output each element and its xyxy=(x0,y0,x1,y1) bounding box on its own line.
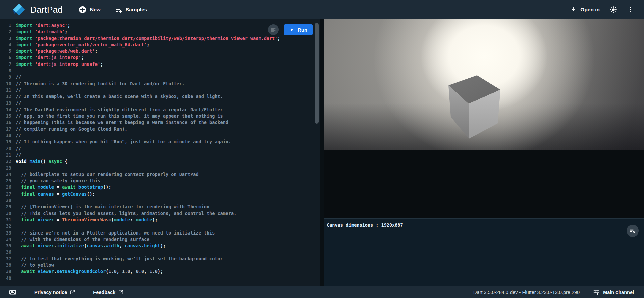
code-line: 4import 'package:vector_math/vector_math… xyxy=(0,42,320,48)
editor-actions: Run xyxy=(268,24,313,35)
render-canvas[interactable] xyxy=(324,19,644,150)
code-line: 16// happening (this is because we aren'… xyxy=(0,119,320,126)
privacy-notice-link[interactable]: Privacy notice xyxy=(34,289,75,295)
channel-label: Main channel xyxy=(603,290,634,295)
topbar-right-actions: Open in xyxy=(570,6,634,13)
code-line: 40 xyxy=(0,275,320,282)
line-number: 29 xyxy=(0,204,11,210)
line-number: 17 xyxy=(0,126,11,132)
code-line: 13// xyxy=(0,100,320,107)
code-line: 18// xyxy=(0,132,320,139)
open-in-button[interactable]: Open in xyxy=(570,6,600,13)
line-number: 18 xyxy=(0,132,11,139)
line-number: 2 xyxy=(0,29,11,35)
code-line: 28 xyxy=(0,197,320,204)
line-number: 40 xyxy=(0,275,11,282)
line-number: 5 xyxy=(0,48,11,54)
more-vert-icon xyxy=(627,6,634,13)
code-line: 12// In this sample, we'll create a basi… xyxy=(0,93,320,100)
line-number: 15 xyxy=(0,113,11,119)
keyboard-shortcuts-button[interactable] xyxy=(9,288,17,296)
line-number: 31 xyxy=(0,217,11,223)
line-number: 11 xyxy=(0,87,11,93)
feedback-link[interactable]: Feedback xyxy=(93,289,124,295)
download-icon xyxy=(570,6,577,13)
line-number: 20 xyxy=(0,145,11,152)
console-panel: Canvas dimensions : 644x298 xyxy=(324,218,644,286)
line-number: 3 xyxy=(0,35,11,42)
open-in-new-icon xyxy=(70,289,75,295)
app-title: DartPad xyxy=(30,5,63,15)
sdk-version-text: Dart 3.5.0-284.0.dev • Flutter 3.23.0-13… xyxy=(473,290,580,295)
code-lines[interactable]: 1import 'dart:async';2import 'dart:math'… xyxy=(0,19,320,282)
line-number: 12 xyxy=(0,93,11,100)
line-number: 25 xyxy=(0,178,11,184)
code-line: 9// xyxy=(0,74,320,80)
line-number: 6 xyxy=(0,54,11,61)
clear-console-button[interactable] xyxy=(627,225,639,237)
code-line: 24 // boilerplate to setup our rendering… xyxy=(0,171,320,178)
code-line: 22void main() async { xyxy=(0,158,320,165)
new-button[interactable]: New xyxy=(78,5,101,14)
line-number: 24 xyxy=(0,171,11,178)
line-number: 36 xyxy=(0,249,11,255)
line-number: 14 xyxy=(0,107,11,113)
line-number: 39 xyxy=(0,268,11,275)
line-number: 22 xyxy=(0,158,11,165)
code-line: 15// app, so the first time you run this… xyxy=(0,113,320,119)
format-align-left-icon xyxy=(270,27,276,33)
line-number: 32 xyxy=(0,223,11,229)
topbar-actions: New Samples xyxy=(78,5,147,14)
line-number: 38 xyxy=(0,262,11,268)
code-line: 29 // [ThermionViewer] is the main inter… xyxy=(0,204,320,210)
code-line: 33 // since we're not in a Flutter appli… xyxy=(0,230,320,236)
line-number: 16 xyxy=(0,119,11,126)
line-number: 30 xyxy=(0,210,11,217)
code-line: 7import 'dart:js_interop_unsafe'; xyxy=(0,61,320,68)
pane-divider xyxy=(320,19,324,286)
line-number: 8 xyxy=(0,68,11,74)
code-line: 27 final canvas = getCanvas(); xyxy=(0,191,320,197)
line-number: 34 xyxy=(0,236,11,243)
tune-icon xyxy=(593,289,600,296)
output-pane: Canvas dimensions : 644x298 xyxy=(324,19,644,286)
code-line: 5import 'package:web/web.dart'; xyxy=(0,48,320,54)
dartpad-logo-icon xyxy=(13,3,25,16)
playlist-add-icon xyxy=(115,6,123,14)
code-line: 23 xyxy=(0,165,320,171)
code-line: 30 // This class lets you load assets, l… xyxy=(0,210,320,217)
code-line: 8 xyxy=(0,68,320,74)
feedback-label: Feedback xyxy=(93,290,115,295)
line-number: 1 xyxy=(0,22,11,29)
code-line: 26 final module = await bootstrap(); xyxy=(0,184,320,190)
code-line: 6import 'dart:js_interop'; xyxy=(0,54,320,61)
code-editor-pane: 1import 'dart:async';2import 'dart:math'… xyxy=(0,19,320,286)
line-number: 37 xyxy=(0,256,11,262)
line-number: 21 xyxy=(0,152,11,158)
run-button[interactable]: Run xyxy=(284,24,313,35)
cube-3d xyxy=(448,75,501,139)
line-number: 27 xyxy=(0,191,11,197)
open-in-label: Open in xyxy=(580,7,600,13)
overflow-menu-button[interactable] xyxy=(627,6,634,13)
line-number: 13 xyxy=(0,100,11,107)
channel-selector[interactable]: Main channel xyxy=(593,289,634,296)
statusbar-right: Dart 3.5.0-284.0.dev • Flutter 3.23.0-13… xyxy=(473,289,634,296)
add-circle-icon xyxy=(78,5,87,14)
line-number: 35 xyxy=(0,243,11,249)
main-area: 1import 'dart:async';2import 'dart:math'… xyxy=(0,19,644,286)
samples-button[interactable]: Samples xyxy=(115,6,147,14)
samples-button-label: Samples xyxy=(126,7,147,13)
code-line: 25 // you can safely ignore this xyxy=(0,178,320,184)
play-icon xyxy=(289,27,294,32)
code-line: 21// xyxy=(0,152,320,158)
format-code-button[interactable] xyxy=(268,24,279,35)
code-line: 17// compiler running on Google Cloud Ru… xyxy=(0,126,320,132)
code-line: 11// xyxy=(0,87,320,93)
code-line: 36 xyxy=(0,249,320,255)
run-button-label: Run xyxy=(298,27,307,33)
theme-toggle-button[interactable] xyxy=(610,6,617,13)
code-line: 34 // with the dimensions of the renderi… xyxy=(0,236,320,243)
line-number: 23 xyxy=(0,165,11,171)
editor-scrollbar-thumb[interactable] xyxy=(315,23,319,124)
